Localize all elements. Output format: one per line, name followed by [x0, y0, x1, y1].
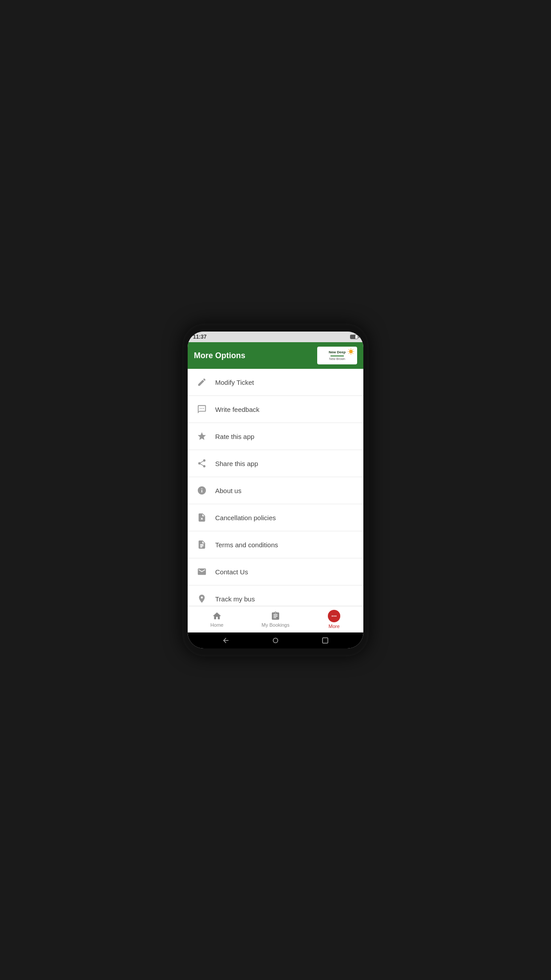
- cancel-doc-icon: [196, 511, 208, 524]
- menu-label-contact: Contact Us: [215, 568, 248, 576]
- menu-item-write-feedback[interactable]: Write feedback: [188, 396, 363, 423]
- menu-label-share-app: Share this app: [215, 460, 258, 467]
- svg-line-7: [353, 349, 354, 350]
- phone-screen: 11:37 More Options: [188, 332, 363, 648]
- more-dot-circle: [328, 610, 340, 622]
- android-back-button[interactable]: [222, 636, 230, 644]
- bookings-icon: [271, 611, 280, 621]
- more-icon: [328, 610, 340, 622]
- logo-sun-icon: [347, 348, 354, 355]
- nav-item-more[interactable]: More: [305, 606, 363, 632]
- svg-point-0: [349, 350, 353, 353]
- pencil-icon: [196, 376, 208, 388]
- nav-label-bookings: My Bookings: [262, 622, 290, 628]
- menu-label-write-feedback: Write feedback: [215, 406, 260, 413]
- page-title: More Options: [194, 351, 245, 360]
- nav-item-bookings[interactable]: My Bookings: [246, 606, 305, 632]
- svg-point-9: [273, 638, 278, 643]
- menu-item-about-us[interactable]: About us: [188, 477, 363, 504]
- menu-item-rate-app[interactable]: Rate this app: [188, 423, 363, 450]
- menu-list: Modify Ticket Write feedback: [188, 369, 363, 606]
- menu-item-terms[interactable]: Terms and conditions: [188, 531, 363, 558]
- menu-item-track-bus[interactable]: Track my bus: [188, 585, 363, 606]
- phone-device: 11:37 More Options: [182, 324, 369, 656]
- brand-logo: New Deep New Brown: [317, 347, 357, 364]
- chat-icon: [196, 403, 208, 415]
- mail-icon: [196, 565, 208, 578]
- bottom-nav: Home My Bookings Mor: [188, 606, 363, 632]
- menu-item-cancellation[interactable]: Cancellation policies: [188, 504, 363, 531]
- nav-label-more: More: [328, 624, 339, 629]
- svg-line-8: [349, 353, 350, 354]
- home-icon: [212, 611, 222, 621]
- content-area: Modify Ticket Write feedback: [188, 369, 363, 606]
- menu-label-cancellation: Cancellation policies: [215, 514, 276, 522]
- menu-label-rate-app: Rate this app: [215, 433, 254, 440]
- menu-item-modify-ticket[interactable]: Modify Ticket: [188, 369, 363, 396]
- star-icon: [196, 430, 208, 443]
- android-home-button[interactable]: [272, 636, 279, 644]
- svg-line-5: [349, 349, 350, 350]
- menu-label-track-bus: Track my bus: [215, 595, 255, 603]
- location-icon: [196, 593, 208, 605]
- menu-label-modify-ticket: Modify Ticket: [215, 379, 254, 386]
- app-header: More Options New Deep New B: [188, 342, 363, 369]
- menu-label-about-us: About us: [215, 487, 241, 494]
- nav-item-home[interactable]: Home: [188, 606, 246, 632]
- status-bar: 11:37: [188, 332, 363, 342]
- info-icon: [196, 484, 208, 497]
- menu-item-contact[interactable]: Contact Us: [188, 558, 363, 585]
- document-icon: [196, 538, 208, 551]
- android-recents-button[interactable]: [321, 636, 329, 644]
- share-icon: [196, 457, 208, 470]
- svg-rect-10: [323, 638, 328, 643]
- nav-label-home: Home: [210, 622, 223, 628]
- android-navbar: [188, 632, 363, 648]
- status-time: 11:37: [193, 334, 207, 340]
- battery-icon: [350, 335, 358, 339]
- menu-label-terms: Terms and conditions: [215, 541, 278, 549]
- svg-line-6: [353, 353, 354, 354]
- menu-item-share-app[interactable]: Share this app: [188, 450, 363, 477]
